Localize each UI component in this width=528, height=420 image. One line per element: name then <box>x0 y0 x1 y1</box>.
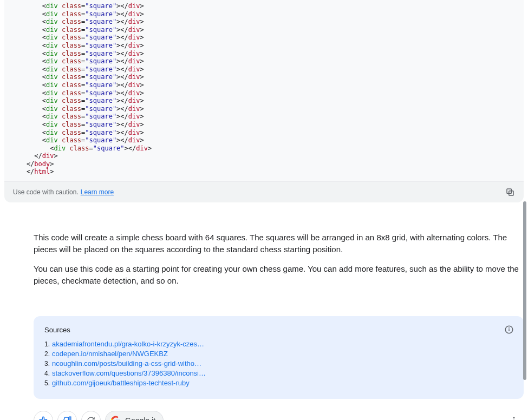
copy-icon[interactable] <box>505 187 515 197</box>
info-icon[interactable] <box>504 325 514 334</box>
paragraph-2: You can use this code as a starting poin… <box>34 263 524 287</box>
learn-more-link[interactable]: Learn more <box>81 188 114 196</box>
source-link-1[interactable]: akademiafrontendu.pl/gra-kolko-i-krzyzyk… <box>52 340 204 348</box>
source-item-5: github.com/gijoeuk/battleships-techtest-… <box>44 378 513 388</box>
paragraph-1: This code will create a simple chess boa… <box>34 232 524 255</box>
scrollbar[interactable] <box>523 2 526 418</box>
source-link-5[interactable]: github.com/gijoeuk/battleships-techtest-… <box>52 379 190 387</box>
sources-list: akademiafrontendu.pl/gra-kolko-i-krzyzyk… <box>44 339 513 388</box>
source-link-3[interactable]: ncoughlin.com/posts/building-a-css-grid-… <box>52 359 201 368</box>
google-it-button[interactable]: Google it <box>105 411 164 420</box>
sources-title: Sources <box>44 326 513 334</box>
code-block: <div class="square"></div> <div class="s… <box>4 0 524 202</box>
source-item-2: codepen.io/nmishael/pen/NWGEKBZ <box>44 349 513 359</box>
scrollbar-thumb[interactable] <box>523 201 526 380</box>
code-content: <div class="square"></div> <div class="s… <box>4 0 524 181</box>
thumbs-up-button[interactable] <box>34 411 53 420</box>
source-link-2[interactable]: codepen.io/nmishael/pen/NWGEKBZ <box>52 350 168 358</box>
svg-point-5 <box>513 417 515 418</box>
regenerate-button[interactable] <box>81 411 101 420</box>
source-link-4[interactable]: stackoverflow.com/questions/37396380/inc… <box>52 369 206 377</box>
more-options-button[interactable] <box>504 411 524 420</box>
sources-box: Sources akademiafrontendu.pl/gra-kolko-i… <box>34 316 524 399</box>
caution-text: Use code with caution. <box>13 188 79 196</box>
thumbs-down-button[interactable] <box>57 411 77 420</box>
source-item-4: stackoverflow.com/questions/37396380/inc… <box>44 369 513 378</box>
svg-point-4 <box>509 328 510 329</box>
source-item-1: akademiafrontendu.pl/gra-kolko-i-krzyzyk… <box>44 339 513 349</box>
response-text: This code will create a simple chess boa… <box>34 232 524 287</box>
source-item-3: ncoughlin.com/posts/building-a-css-grid-… <box>44 359 513 369</box>
google-it-label: Google it <box>125 416 155 420</box>
actions-row: Google it <box>34 411 524 420</box>
google-logo-icon <box>111 416 121 420</box>
code-footer: Use code with caution. Learn more <box>4 181 524 202</box>
